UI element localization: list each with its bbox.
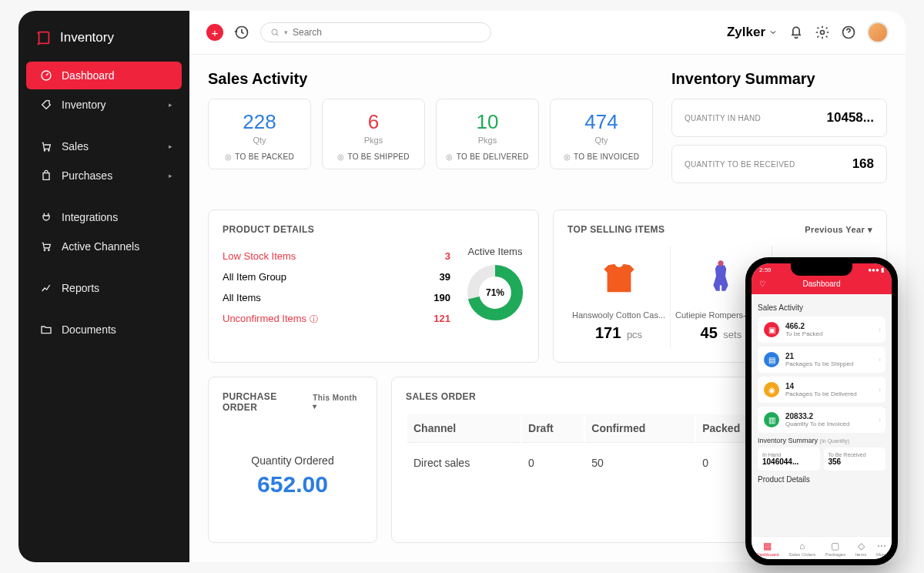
inv-row-in-hand[interactable]: QUANTITY IN HAND 10458... [671,99,887,137]
chevron-right-icon: › [879,326,881,333]
phone-tab-sales[interactable]: ⌂Sales Orders [788,541,815,557]
td-confirmed: 50 [585,444,695,481]
phone-item-value: 21 [785,352,853,360]
po-label: Quantity Ordered [223,454,363,467]
phone-section-title: Inventory Summary [758,437,818,444]
help-icon[interactable] [841,25,856,40]
purchase-order-card: PURCHASE ORDERThis Month ▾ Quantity Orde… [208,377,377,543]
signal-icon: ●●● ▮ [868,266,884,273]
phone-item-label: Packages To be Delivered [785,390,857,397]
sidebar-label: Sales [62,140,89,152]
td-draft: 0 [522,444,584,481]
phone-sa-item[interactable]: ▤21Packages To be Shipped› [758,347,886,373]
pd-value: 39 [440,271,450,283]
sidebar-label: Inventory [62,99,106,111]
inventory-logo-icon [35,29,52,46]
phone-tab-packages[interactable]: ▢Packages [825,541,845,557]
phone-tab-items[interactable]: ◇Items [855,541,867,557]
phone-sa-item[interactable]: ◉14Packages To be Delivered› [758,377,886,403]
sidebar-item-inventory[interactable]: Inventory ▸ [26,91,182,119]
phone-section-title: Sales Activity [758,303,886,312]
phone-sa-item[interactable]: ▥20833.2Quantity To be Invoiced› [758,407,886,433]
sidebar-item-channels[interactable]: Active Channels [26,233,182,260]
org-switcher[interactable]: Zylker [727,25,778,40]
chevron-right-icon: ▸ [169,101,172,109]
truck-icon: ▤ [764,352,779,367]
phone-tab-dashboard[interactable]: ▦Dashboard [756,541,778,557]
reports-icon [40,282,52,294]
inv-label: QUANTITY IN HAND [685,114,761,122]
phone-sa-item[interactable]: ▣466.2To be Packed› [758,317,886,343]
range-dropdown[interactable]: This Month ▾ [313,394,363,410]
sidebar-label: Active Channels [62,240,139,253]
phone-header-title: Dashboard [803,280,841,288]
phone-inv-box[interactable]: In Hand1046044... [758,447,820,471]
sidebar-label: Documents [62,323,116,336]
sa-value: 474 [557,110,646,134]
phone-time: 2:59 [759,266,772,273]
pd-row-low-stock[interactable]: Low Stock Items3 [223,246,450,266]
sidebar-label: Dashboard [62,69,115,82]
channel-icon [40,240,52,253]
phone-item-label: To be Packed [785,330,822,337]
phone-tabbar: ▦Dashboard ⌂Sales Orders ▢Packages ◇Item… [752,536,892,559]
pd-label: All Item Group [223,271,286,283]
check-icon: ◉ [764,382,779,397]
bell-icon[interactable]: ♡ [759,280,766,288]
svg-point-3 [49,150,49,151]
pd-row-item-group[interactable]: All Item Group39 [223,266,450,287]
sidebar-item-integrations[interactable]: Integrations [26,203,182,231]
td-channel: Direct sales [407,444,521,481]
search-input-wrap[interactable]: ▾ [260,22,491,42]
sidebar-item-dashboard[interactable]: Dashboard [26,62,182,89]
ts-item[interactable]: Hanswooly Cotton Cas... 171 pcs [567,246,671,348]
pd-value: 121 [434,313,450,325]
history-icon[interactable] [234,25,249,40]
phone-tab-more[interactable]: ⋯More [876,541,887,557]
sidebar-item-purchases[interactable]: Purchases ▸ [26,162,182,189]
active-items-chart: Active Items 71% [466,246,524,330]
sidebar-item-reports[interactable]: Reports [26,274,182,302]
svg-point-7 [821,31,825,35]
th-draft: Draft [522,414,584,443]
product-unit: sets [723,329,742,340]
sa-label: TO BE DELIVERED [443,152,532,161]
inv-row-to-receive[interactable]: QUANTITY TO BE RECEIVED 168 [671,145,887,183]
svg-point-4 [44,250,45,250]
inv-label: QUANTITY TO BE RECEIVED [685,160,795,169]
pd-value: 3 [445,250,450,262]
search-input[interactable] [293,27,481,38]
pd-row-all-items[interactable]: All Items190 [223,287,450,308]
po-value: 652.00 [223,471,363,498]
sidebar-item-documents[interactable]: Documents [26,316,182,343]
sa-card-packed[interactable]: 228 Qty TO BE PACKED [208,99,311,169]
chevron-right-icon: › [879,416,881,424]
svg-point-5 [49,250,49,250]
sa-card-shipped[interactable]: 6 Pkgs TO BE SHIPPED [322,99,425,169]
sa-card-invoiced[interactable]: 474 Qty TO BE INVOICED [550,99,653,169]
sidebar-label: Integrations [62,211,118,223]
sidebar-item-sales[interactable]: Sales ▸ [26,132,182,160]
dashboard-icon: ▦ [756,541,778,551]
avatar[interactable] [867,22,889,43]
invoice-icon: ▥ [764,412,779,427]
card-title: PRODUCT DETAILS [223,224,524,235]
sa-label: TO BE INVOICED [557,152,646,161]
product-unit: pcs [627,329,642,340]
card-title-text: PURCHASE ORDER [223,391,313,413]
phone-inv-box[interactable]: To Be Received356 [824,447,886,471]
sa-label: TO BE SHIPPED [329,152,418,161]
sa-unit: Qty [557,136,646,145]
tag-icon [40,99,52,111]
phone-section-sub: (In Quantity) [820,438,850,444]
folder-icon [40,323,52,336]
gear-icon[interactable] [815,25,830,40]
product-image [695,252,747,304]
sa-card-delivered[interactable]: 10 Pkgs TO BE DELIVERED [436,99,539,169]
add-button[interactable]: + [206,24,223,41]
pd-row-unconfirmed[interactable]: Unconfirmed Itemsⓘ121 [223,308,450,330]
range-dropdown[interactable]: Previous Year ▾ [805,225,872,235]
bell-icon[interactable] [788,25,804,40]
chevron-right-icon: ▸ [169,172,172,179]
svg-point-11 [718,260,724,266]
